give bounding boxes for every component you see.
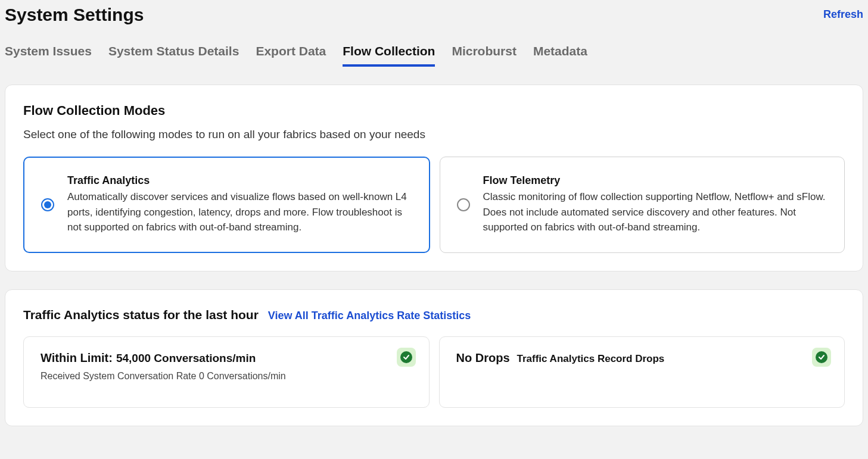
tabs: System Issues System Status Details Expo… <box>0 25 868 67</box>
ok-badge <box>812 348 831 367</box>
status-label: Within Limit: <box>41 351 113 365</box>
mode-option-flow-telemetry[interactable]: Flow Telemetry Classic monitoring of flo… <box>440 157 845 253</box>
mode-row: Traffic Analytics Automatically discover… <box>23 157 845 253</box>
tab-export-data[interactable]: Export Data <box>256 44 326 67</box>
status-sub-label: Traffic Analytics Record Drops <box>517 353 665 365</box>
status-row: Within Limit: 54,000 Conversations/min R… <box>23 336 845 408</box>
mode-option-traffic-analytics[interactable]: Traffic Analytics Automatically discover… <box>23 157 430 253</box>
modes-title: Flow Collection Modes <box>23 103 845 118</box>
page-title: System Settings <box>5 5 144 25</box>
modes-desc: Select one of the following modes to run… <box>23 128 845 141</box>
mode-title: Flow Telemetry <box>483 174 828 187</box>
check-circle-icon <box>400 351 412 363</box>
ok-badge <box>397 348 416 367</box>
tab-system-issues[interactable]: System Issues <box>5 44 92 67</box>
mode-title: Traffic Analytics <box>67 174 412 187</box>
tab-microburst[interactable]: Microburst <box>452 44 517 67</box>
view-all-stats-link[interactable]: View All Traffic Analytics Rate Statisti… <box>268 310 471 322</box>
status-sub: Received System Conversation Rate 0 Conv… <box>41 371 412 382</box>
mode-text: Flow Telemetry Classic monitoring of flo… <box>483 174 828 235</box>
status-label: No Drops <box>456 351 510 365</box>
tab-flow-collection[interactable]: Flow Collection <box>343 44 435 67</box>
tab-metadata[interactable]: Metadata <box>533 44 587 67</box>
tab-system-status-details[interactable]: System Status Details <box>108 44 239 67</box>
mode-desc: Automatically discover services and visu… <box>67 189 412 235</box>
status-card-no-drops: No Drops Traffic Analytics Record Drops <box>439 336 845 408</box>
flow-collection-modes-card: Flow Collection Modes Select one of the … <box>5 85 863 271</box>
radio-traffic-analytics[interactable] <box>41 198 54 211</box>
status-value: 54,000 Conversations/min <box>116 352 256 365</box>
status-title: Traffic Analytics status for the last ho… <box>23 308 259 322</box>
check-circle-icon <box>816 351 827 363</box>
refresh-link[interactable]: Refresh <box>823 5 863 21</box>
mode-desc: Classic monitoring of flow collection su… <box>483 189 828 235</box>
status-card-within-limit: Within Limit: 54,000 Conversations/min R… <box>23 336 430 408</box>
traffic-analytics-status-card: Traffic Analytics status for the last ho… <box>5 289 863 426</box>
radio-flow-telemetry[interactable] <box>457 198 470 211</box>
mode-text: Traffic Analytics Automatically discover… <box>67 174 412 235</box>
